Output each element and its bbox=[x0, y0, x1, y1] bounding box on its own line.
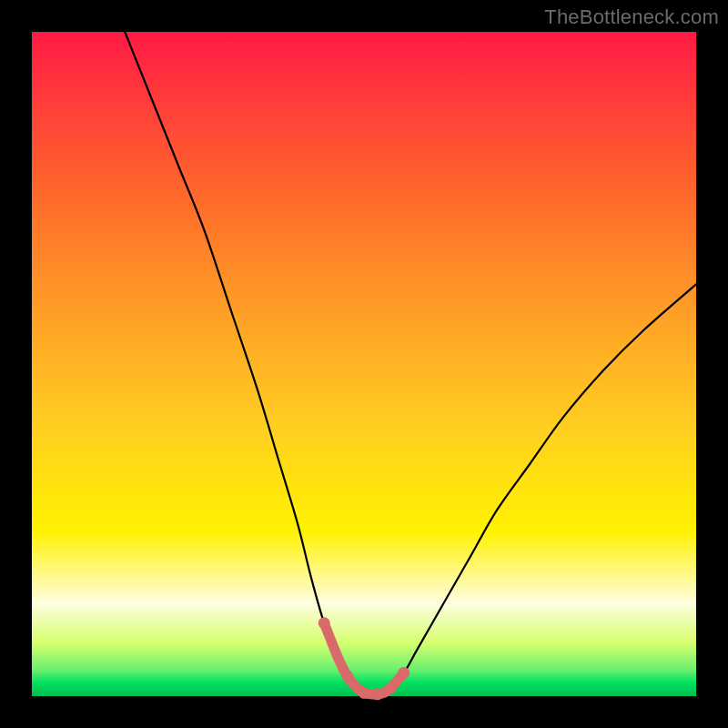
highlight-dot bbox=[318, 617, 330, 629]
highlight-dot bbox=[385, 682, 397, 694]
chart-frame: TheBottleneck.com bbox=[0, 0, 728, 728]
watermark-text: TheBottleneck.com bbox=[544, 5, 719, 29]
bottleneck-curve bbox=[125, 32, 696, 694]
highlight-dot bbox=[371, 688, 383, 700]
highlight-dot bbox=[398, 667, 410, 679]
highlight-dot bbox=[359, 687, 370, 699]
plot-area bbox=[32, 32, 696, 696]
highlight-dot bbox=[341, 671, 353, 682]
curve-svg bbox=[32, 32, 696, 696]
